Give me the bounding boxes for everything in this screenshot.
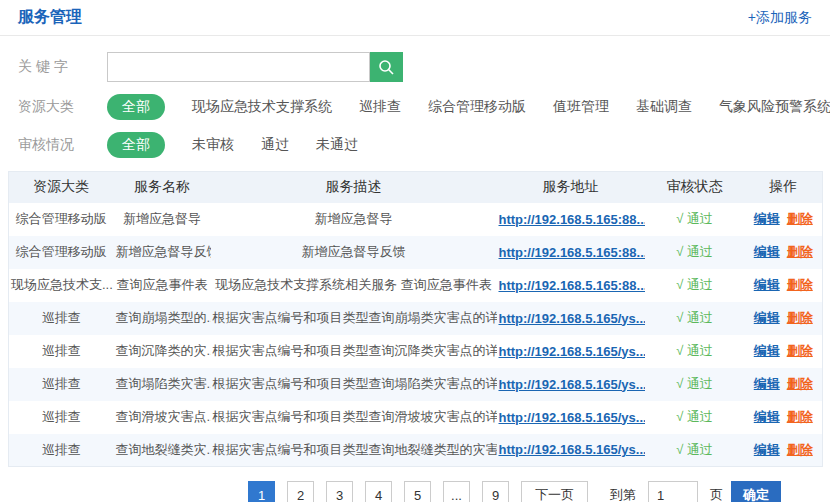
cell-url: http://192.168.5.165:88... xyxy=(497,269,645,302)
column-header: 审核状态 xyxy=(645,172,745,203)
add-service-button[interactable]: +添加服务 xyxy=(748,9,812,27)
cell-name: 查询滑坡灾害点... xyxy=(114,401,211,434)
delete-link[interactable]: 删除 xyxy=(787,244,813,259)
edit-link[interactable]: 编辑 xyxy=(754,376,780,391)
table-row: 巡排查查询塌陷类灾害...根据灾害点编号和项目类型查询塌陷类灾害点的详...ht… xyxy=(9,368,823,401)
table-row: 巡排查查询崩塌类型的...根据灾害点编号和项目类型查询崩塌类灾害点的详...ht… xyxy=(9,302,823,335)
cell-url: http://192.168.5.165/ys... xyxy=(497,401,645,434)
edit-link[interactable]: 编辑 xyxy=(754,343,780,358)
cell-category: 现场应急技术支... xyxy=(9,269,114,302)
cell-name: 查询地裂缝类灾... xyxy=(114,434,211,467)
filter-row-resource-category: 资源大类 全部现场应急技术支撑系统巡排查综合管理移动版值班管理基础调查气象风险预… xyxy=(18,94,830,120)
table-row: 巡排查查询地裂缝类灾...根据灾害点编号和项目类型查询地裂缝类型的灾害...ht… xyxy=(9,434,823,467)
page-button[interactable]: 4 xyxy=(365,481,392,502)
edit-link[interactable]: 编辑 xyxy=(754,310,780,325)
delete-link[interactable]: 删除 xyxy=(787,442,813,457)
page-button[interactable]: 5 xyxy=(404,481,431,502)
cell-status: √ 通过 xyxy=(645,269,745,302)
column-header: 服务地址 xyxy=(497,172,645,203)
status-passed-badge: √ 通过 xyxy=(676,343,713,358)
service-url-link[interactable]: http://192.168.5.165:88... xyxy=(499,245,645,260)
delete-link[interactable]: 删除 xyxy=(787,409,813,424)
cell-url: http://192.168.5.165/ys... xyxy=(497,302,645,335)
edit-link[interactable]: 编辑 xyxy=(754,442,780,457)
table-header-row: 资源大类服务名称服务描述服务地址审核状态操作 xyxy=(9,172,823,203)
column-header: 服务描述 xyxy=(211,172,497,203)
cell-status: √ 通过 xyxy=(645,335,745,368)
filter-option-selected[interactable]: 全部 xyxy=(107,132,165,158)
service-url-link[interactable]: http://192.168.5.165:88... xyxy=(499,278,645,293)
confirm-button[interactable]: 确定 xyxy=(731,481,781,502)
cell-status: √ 通过 xyxy=(645,401,745,434)
cell-status: √ 通过 xyxy=(645,203,745,236)
filter-options: 全部未审核通过未通过 xyxy=(107,132,358,158)
filter-option[interactable]: 气象风险预警系统 xyxy=(719,98,830,116)
edit-link[interactable]: 编辑 xyxy=(754,211,780,226)
delete-link[interactable]: 删除 xyxy=(787,343,813,358)
column-header: 服务名称 xyxy=(114,172,211,203)
cell-status: √ 通过 xyxy=(645,434,745,467)
service-table-body: 综合管理移动版新增应急督导新增应急督导http://192.168.5.165:… xyxy=(9,203,823,467)
table-row: 现场应急技术支...查询应急事件表现场应急技术支撑系统相关服务 查询应急事件表h… xyxy=(9,269,823,302)
cell-category: 综合管理移动版 xyxy=(9,203,114,236)
cell-status: √ 通过 xyxy=(645,302,745,335)
page-button[interactable]: 3 xyxy=(326,481,353,502)
page-ellipsis-button[interactable]: ... xyxy=(443,481,470,502)
page-button-active[interactable]: 1 xyxy=(248,481,275,502)
page-button[interactable]: 9 xyxy=(482,481,509,502)
goto-page-input[interactable] xyxy=(648,481,698,502)
edit-link[interactable]: 编辑 xyxy=(754,244,780,259)
search-icon xyxy=(378,59,395,76)
cell-name: 新增应急督导 xyxy=(114,203,211,236)
service-url-link[interactable]: http://192.168.5.165/ys... xyxy=(499,344,645,359)
service-url-link[interactable]: http://192.168.5.165/ys... xyxy=(499,442,645,457)
delete-link[interactable]: 删除 xyxy=(787,310,813,325)
service-url-link[interactable]: http://192.168.5.165/ys... xyxy=(499,311,645,326)
cell-name: 查询崩塌类型的... xyxy=(114,302,211,335)
delete-link[interactable]: 删除 xyxy=(787,277,813,292)
service-table-wrap: 资源大类服务名称服务描述服务地址审核状态操作 综合管理移动版新增应急督导新增应急… xyxy=(8,171,822,467)
cell-description: 根据灾害点编号和项目类型查询沉降类灾害点的详... xyxy=(211,335,497,368)
cell-status: √ 通过 xyxy=(645,236,745,269)
goto-page-suffix: 页 xyxy=(710,486,723,502)
service-url-link[interactable]: http://192.168.5.165/ys... xyxy=(499,377,645,392)
page-button[interactable]: 2 xyxy=(287,481,314,502)
filter-option-selected[interactable]: 全部 xyxy=(107,94,165,120)
cell-name: 查询沉降类的灾... xyxy=(114,335,211,368)
service-url-link[interactable]: http://192.168.5.165/ys... xyxy=(499,410,645,425)
delete-link[interactable]: 删除 xyxy=(787,211,813,226)
cell-actions: 编辑删除 xyxy=(745,302,823,335)
cell-category: 巡排查 xyxy=(9,368,114,401)
cell-actions: 编辑删除 xyxy=(745,401,823,434)
status-passed-badge: √ 通过 xyxy=(676,277,713,292)
status-passed-badge: √ 通过 xyxy=(676,442,713,457)
next-page-button[interactable]: 下一页 xyxy=(521,481,588,502)
search-button[interactable] xyxy=(370,52,403,82)
filter-option[interactable]: 未审核 xyxy=(192,136,234,154)
service-url-link[interactable]: http://192.168.5.165:88... xyxy=(499,212,645,227)
cell-url: http://192.168.5.165:88... xyxy=(497,203,645,236)
cell-url: http://192.168.5.165:88... xyxy=(497,236,645,269)
filter-option[interactable]: 现场应急技术支撑系统 xyxy=(192,98,332,116)
cell-actions: 编辑删除 xyxy=(745,269,823,302)
cell-description: 根据灾害点编号和项目类型查询塌陷类灾害点的详... xyxy=(211,368,497,401)
cell-name: 查询塌陷类灾害... xyxy=(114,368,211,401)
delete-link[interactable]: 删除 xyxy=(787,376,813,391)
cell-url: http://192.168.5.165/ys... xyxy=(497,335,645,368)
page-title: 服务管理 xyxy=(18,7,82,28)
filter-option[interactable]: 通过 xyxy=(261,136,289,154)
cell-actions: 编辑删除 xyxy=(745,203,823,236)
keyword-input[interactable] xyxy=(107,52,370,82)
filter-option[interactable]: 未通过 xyxy=(316,136,358,154)
filter-option[interactable]: 综合管理移动版 xyxy=(428,98,526,116)
cell-category: 巡排查 xyxy=(9,335,114,368)
filter-option[interactable]: 值班管理 xyxy=(553,98,609,116)
keyword-label: 关 键 字 xyxy=(18,58,90,76)
table-row: 巡排查查询滑坡灾害点...根据灾害点编号和项目类型查询滑坡坡灾害点的详...ht… xyxy=(9,401,823,434)
filter-option[interactable]: 巡排查 xyxy=(359,98,401,116)
filter-option[interactable]: 基础调查 xyxy=(636,98,692,116)
edit-link[interactable]: 编辑 xyxy=(754,409,780,424)
keyword-search-row: 关 键 字 xyxy=(18,52,830,82)
edit-link[interactable]: 编辑 xyxy=(754,277,780,292)
cell-status: √ 通过 xyxy=(645,368,745,401)
